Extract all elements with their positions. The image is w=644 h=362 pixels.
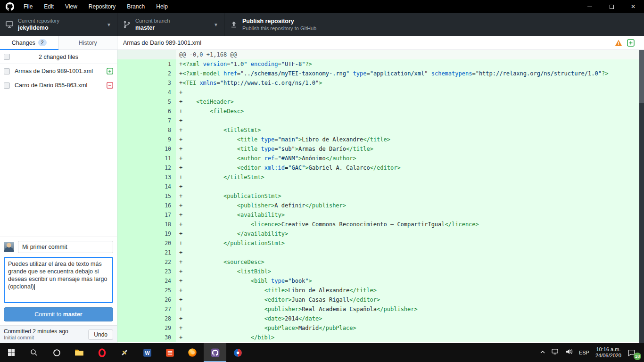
new-line-number: 21	[147, 248, 176, 257]
commit-button[interactable]: Commit to master	[4, 307, 113, 321]
diff-line[interactable]: 1+<?xml version="1.0" encoding="UTF-8"?>	[117, 59, 644, 69]
display-tray-icon[interactable]	[552, 348, 559, 357]
commit-description-textarea[interactable]: Puedes utilizar el área de texto más gra…	[4, 257, 113, 303]
tab-changes[interactable]: Changes 2	[0, 36, 58, 49]
diff-line[interactable]: 20+ </publicationStmt>	[117, 239, 644, 248]
menu-item-branch[interactable]: Branch	[121, 0, 150, 13]
new-line-number: 22	[147, 257, 176, 267]
orange-app-button[interactable]	[158, 343, 181, 362]
status-removed-icon	[107, 82, 113, 89]
diff-line[interactable]: 4+	[117, 88, 644, 97]
publish-repository-title: Publish repository	[242, 18, 328, 25]
close-button[interactable]: ✕	[622, 0, 644, 13]
diff-added-icon[interactable]	[627, 39, 635, 47]
new-line-number: 9	[147, 135, 176, 144]
menu-item-help[interactable]: Help	[150, 0, 173, 13]
menu-item-view[interactable]: View	[59, 0, 83, 13]
diff-line[interactable]: 28+ <date>2014</date>	[117, 314, 644, 323]
diff-line[interactable]: 19+ </availability>	[117, 229, 644, 239]
taskbar-clock[interactable]: 10:16 a.m. 24/06/2020	[595, 346, 621, 359]
current-repository-dropdown[interactable]: Current repository jekylldemo ▼	[0, 13, 117, 36]
old-line-number	[117, 173, 147, 182]
diff-lines: 1+<?xml version="1.0" encoding="UTF-8"?>…	[117, 59, 644, 342]
menu-item-repository[interactable]: Repository	[83, 0, 121, 13]
diff-line[interactable]: 23+ <listBibl>	[117, 267, 644, 276]
volume-tray-icon[interactable]	[565, 348, 573, 357]
diff-line[interactable]: 26+ <editor>Juan Casas Rigall</editor>	[117, 295, 644, 304]
diff-line[interactable]: 29+ <pubPlace>Madrid</pubPlace>	[117, 323, 644, 333]
commit-summary-input[interactable]	[18, 241, 113, 253]
word-button[interactable]: W	[136, 343, 158, 362]
old-line-number	[117, 239, 147, 248]
diff-line[interactable]: 3+<TEI xmlns="http://www.tei-c.org/ns/1.…	[117, 78, 644, 88]
diff-line[interactable]: 5+ <teiHeader>	[117, 97, 644, 107]
diff-line[interactable]: 7+	[117, 116, 644, 125]
taskbar-search-button[interactable]	[23, 343, 45, 362]
diff-line[interactable]: 14+	[117, 182, 644, 191]
diff-line[interactable]: 15+ <publicationStmt>	[117, 191, 644, 201]
old-line-number	[117, 59, 147, 69]
file-row[interactable]: Armas de Dario 989-1001.xml	[0, 64, 117, 78]
tab-history[interactable]: History	[58, 36, 117, 49]
editor-tool-button[interactable]	[113, 343, 136, 362]
diff-line[interactable]: 10+ <title type="sub">Armas de Darío</ti…	[117, 144, 644, 154]
file-explorer-button[interactable]	[68, 343, 91, 362]
maximize-button[interactable]	[601, 0, 622, 13]
app-toolbar: Current repository jekylldemo ▼ Current …	[0, 13, 644, 36]
new-line-number: 1	[147, 59, 176, 69]
old-line-number	[117, 135, 147, 144]
github-desktop-icon	[211, 348, 220, 357]
diff-line[interactable]: 16+ <publisher>A definir</publisher>	[117, 201, 644, 210]
menu-item-edit[interactable]: Edit	[38, 0, 59, 13]
diff-line[interactable]: 18+ <licence>Creative Commons Reconocimi…	[117, 220, 644, 229]
diff-scrollbar[interactable]	[639, 50, 644, 343]
diff-line-code: +<?xml-model href="../schemas/myTEI-taxo…	[176, 69, 644, 78]
github-desktop-button[interactable]	[204, 343, 226, 362]
diff-line[interactable]: 9+ <title type="main">Libro de Alexandre…	[117, 135, 644, 144]
file-row[interactable]: Carro de Dario 855-863.xml	[0, 78, 117, 92]
diff-line[interactable]: 17+ <availability>	[117, 210, 644, 220]
cortana-button[interactable]	[45, 343, 68, 362]
diff-line[interactable]: 22+ <sourceDesc>	[117, 257, 644, 267]
diff-line[interactable]: 8+ <titleStmt>	[117, 125, 644, 135]
sidebar-spacer	[0, 92, 117, 237]
select-all-checkbox[interactable]	[4, 54, 10, 60]
diff-line[interactable]: 27+ <publisher>Real Academia Española</p…	[117, 304, 644, 314]
diff-line[interactable]: 13+ </titleStmt>	[117, 173, 644, 182]
changed-files-header: 2 changed files	[0, 50, 117, 64]
file-checkbox[interactable]	[4, 82, 10, 89]
cortana-icon	[53, 349, 61, 357]
menu-item-file[interactable]: File	[18, 0, 38, 13]
file-checkbox[interactable]	[4, 68, 10, 74]
diff-line-code: + </bibl>	[176, 333, 644, 342]
diff-line[interactable]: 11+ <author ref="#ANM">Anónimo</author>	[117, 154, 644, 163]
action-center-button[interactable]: 18	[627, 349, 638, 357]
diff-line[interactable]: 24+ <bibl type="book">	[117, 276, 644, 286]
diff-line[interactable]: 30+ </bibl>	[117, 333, 644, 342]
windows-taskbar: W ESP 10:16 a.m. 24/06/2020	[0, 343, 644, 362]
diff-line[interactable]: 2+<?xml-model href="../schemas/myTEI-tax…	[117, 69, 644, 78]
changed-file-list: Armas de Dario 989-1001.xmlCarro de Dari…	[0, 64, 117, 92]
firefox-button[interactable]	[181, 343, 204, 362]
diff-hunk-header: @@ -0,0 +1,168 @@	[117, 50, 644, 59]
scrollbar-thumb[interactable]	[639, 50, 644, 103]
diff-line[interactable]: 12+ <editor xml:id="GAC">Gabriel A. Cala…	[117, 163, 644, 173]
diff-line-code: + <editor>Juan Casas Rigall</editor>	[176, 295, 644, 304]
warning-icon[interactable]	[615, 39, 622, 47]
diff-line[interactable]: 6+ <fileDesc>	[117, 107, 644, 116]
file-name: Carro de Dario 855-863.xml	[15, 82, 104, 89]
undo-button[interactable]: Undo	[88, 329, 113, 340]
language-indicator[interactable]: ESP	[579, 350, 589, 355]
publish-repository-button[interactable]: Publish repository Publish this reposito…	[224, 13, 334, 36]
diff-line[interactable]: 21+	[117, 248, 644, 257]
show-hidden-icons-button[interactable]	[540, 348, 545, 357]
start-button[interactable]	[0, 343, 23, 362]
current-branch-dropdown[interactable]: Current branch master ▼	[117, 13, 224, 36]
old-line-number	[117, 248, 147, 257]
opera-button[interactable]	[91, 343, 113, 362]
oxygen-xml-button[interactable]	[226, 343, 249, 362]
new-line-number: 7	[147, 116, 176, 125]
minimize-button[interactable]	[579, 0, 601, 13]
diff-line[interactable]: 25+ <title>Libro de Alexandre</title>	[117, 286, 644, 295]
old-line-number	[117, 88, 147, 97]
